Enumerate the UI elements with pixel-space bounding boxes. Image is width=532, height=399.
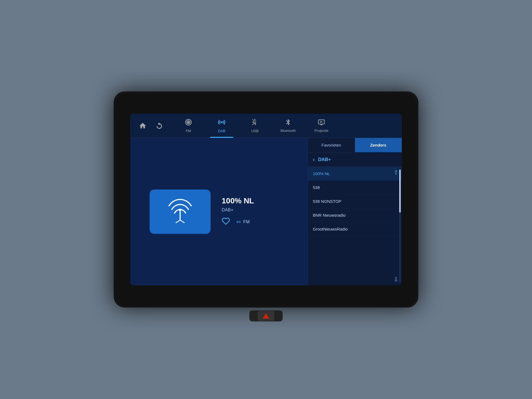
station-item-100nl[interactable]: 100% NL — [308, 167, 402, 181]
tab-projectie-label: Projectie — [314, 129, 329, 133]
tab-dab[interactable]: DAB — [205, 114, 238, 138]
favorite-button[interactable] — [222, 217, 230, 227]
station-item-538[interactable]: 538 — [308, 181, 402, 195]
station-name: 100% NL — [222, 196, 254, 205]
station-list: ⇧ 100% NL 538 538 NONSTOP BNR Nieuwsradi… — [308, 167, 402, 285]
tab-dab-label: DAB — [218, 129, 226, 133]
player-row: 100% NL DAB+ — [139, 190, 299, 234]
chevron-left-icon: ‹ — [313, 156, 315, 163]
right-tabs: Favorieten Zenders — [308, 138, 402, 152]
station-item-538nonstop[interactable]: 538 NONSTOP — [308, 195, 402, 208]
dab-icon — [218, 118, 226, 128]
station-controls: FM — [222, 217, 250, 227]
projectie-icon — [318, 119, 325, 127]
now-playing-panel: 100% NL DAB+ — [130, 138, 308, 285]
tab-bluetooth[interactable]: Bluetooth — [272, 114, 305, 138]
tab-zenders[interactable]: Zenders — [355, 138, 402, 152]
tab-usb-label: USB — [251, 129, 259, 133]
svg-line-8 — [180, 220, 184, 223]
car-infotainment-unit: FM DAB — [114, 91, 418, 308]
tab-fm[interactable]: FM — [172, 114, 205, 138]
nav-tabs: FM DAB — [172, 114, 396, 138]
svg-point-1 — [221, 121, 222, 123]
infotainment-screen: FM DAB — [130, 114, 402, 285]
station-artwork — [150, 190, 211, 234]
svg-line-7 — [176, 220, 180, 223]
hazard-triangle-icon — [263, 313, 269, 319]
dab-header-label: DAB+ — [318, 157, 331, 162]
scrollbar-thumb[interactable] — [399, 170, 401, 213]
station-item-grootnieuws[interactable]: GrootNieuwsRadio — [308, 222, 402, 236]
tab-favorieten[interactable]: Favorieten — [308, 138, 355, 152]
svg-point-9 — [179, 209, 181, 211]
back-button[interactable] — [152, 119, 166, 133]
nav-bar: FM DAB — [130, 114, 402, 138]
hazard-button-area — [249, 310, 283, 321]
scroll-down-button[interactable]: ⇩ — [393, 276, 398, 283]
tab-usb[interactable]: USB — [238, 114, 272, 138]
station-info: 100% NL DAB+ — [216, 196, 288, 227]
tab-fm-label: FM — [186, 129, 191, 133]
hazard-button[interactable] — [258, 311, 274, 321]
stations-panel: Favorieten Zenders ‹ DAB+ ⇧ 100% NL — [308, 138, 402, 285]
svg-rect-3 — [320, 121, 322, 122]
fm-switch-button[interactable]: FM — [236, 219, 250, 225]
svg-point-10 — [238, 221, 239, 222]
station-item-bnr[interactable]: BNR Nieuwsradio — [308, 208, 402, 222]
svg-point-0 — [188, 121, 190, 123]
scroll-up-button[interactable]: ⇧ — [393, 169, 398, 176]
station-logo-svg — [166, 198, 194, 226]
dab-category-header[interactable]: ‹ DAB+ — [308, 152, 402, 167]
station-type: DAB+ — [222, 208, 233, 213]
tab-projectie[interactable]: Projectie — [305, 114, 338, 138]
bluetooth-icon — [285, 119, 292, 127]
fm-icon — [185, 118, 192, 128]
fm-label: FM — [243, 219, 250, 224]
scrollbar-track — [399, 170, 401, 283]
usb-icon — [251, 118, 259, 128]
tab-bluetooth-label: Bluetooth — [281, 129, 296, 133]
home-button[interactable] — [136, 119, 150, 133]
main-content: 100% NL DAB+ — [130, 138, 402, 285]
